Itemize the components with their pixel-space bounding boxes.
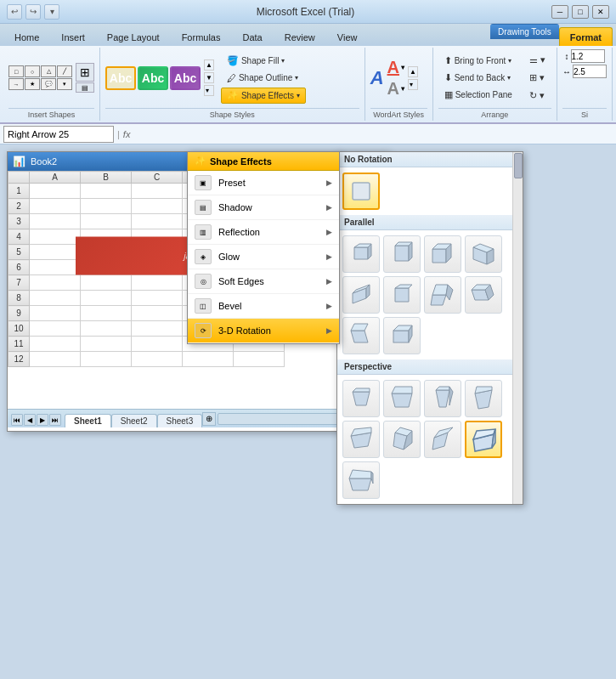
parallel-item-4[interactable] — [465, 235, 502, 273]
redo-button[interactable]: ↪ — [25, 4, 41, 20]
shape-fill-btn[interactable]: 🪣 Shape Fill ▾ — [221, 53, 306, 69]
shape-rect[interactable]: □ — [8, 65, 24, 77]
rotate-btn[interactable]: ↻ ▾ — [523, 88, 551, 104]
perspective-item-3[interactable] — [424, 380, 461, 417]
shape-style-up[interactable]: ▲ — [204, 59, 214, 71]
outline-icon: 🖊 — [227, 73, 236, 83]
selection-pane-btn[interactable]: ▦ Selection Pane — [438, 87, 518, 103]
soft-edges-item[interactable]: ◎ Soft Edges ▶ — [188, 269, 339, 294]
perspective-item-6[interactable] — [383, 421, 421, 458]
name-box[interactable]: Right Arrow 25 — [3, 126, 114, 143]
shape-outline-btn[interactable]: 🖊 Shape Outline ▾ — [221, 71, 306, 86]
tab-formulas[interactable]: Formulas — [171, 27, 232, 46]
insert-sheet-btn[interactable]: ⊕ — [202, 412, 216, 426]
shape-arrow[interactable]: → — [8, 78, 24, 90]
sheet-prev-btn[interactable]: ◀ — [24, 414, 36, 426]
maximize-button[interactable]: □ — [572, 5, 589, 19]
parallel-item-7[interactable] — [424, 276, 461, 314]
fill-dropdown-icon: ▾ — [281, 57, 285, 65]
shadow-arrow-icon: ▶ — [326, 203, 332, 212]
perspective-item-1[interactable] — [342, 380, 380, 417]
send-to-back-btn[interactable]: ⬇ Send to Back ▾ — [438, 70, 518, 86]
tab-view[interactable]: View — [326, 27, 369, 46]
col-header-c[interactable]: C — [132, 172, 183, 184]
parallel-item-10[interactable] — [383, 317, 421, 354]
panel-scrollbar[interactable] — [512, 152, 523, 504]
perspective-item-2[interactable] — [383, 380, 421, 417]
close-button[interactable]: ✕ — [592, 5, 609, 19]
sheet-first-btn[interactable]: ⏮ — [11, 414, 23, 426]
wordart-a-btn[interactable]: A — [370, 67, 384, 89]
width-input[interactable] — [573, 65, 607, 78]
sheet-tab-3[interactable]: Sheet3 — [157, 414, 203, 427]
panel-scrollbar-thumb[interactable] — [514, 153, 523, 178]
parallel-item-1[interactable] — [342, 235, 380, 273]
bevel-item[interactable]: ◫ Bevel ▶ — [188, 294, 339, 319]
tab-format[interactable]: Format — [559, 27, 613, 46]
3d-rotation-item[interactable]: ⟳ 3-D Rotation ▶ — [188, 319, 339, 343]
parallel-item-3[interactable] — [424, 235, 461, 273]
col-header-a[interactable]: A — [30, 172, 81, 184]
perspective-cube-1-icon — [348, 385, 375, 412]
ribbon-tab-bar: Home Insert Page Layout Formulas Data Re… — [0, 24, 616, 46]
no-rotation-item-1[interactable] — [342, 173, 380, 210]
shape-oval[interactable]: ○ — [25, 65, 40, 77]
shape-line[interactable]: ╱ — [57, 65, 72, 77]
group-btn[interactable]: ⊞ ▾ — [523, 70, 551, 86]
parallel-cube-3-icon — [429, 240, 456, 268]
sheet-last-btn[interactable]: ⏭ — [49, 414, 61, 426]
perspective-item-7[interactable] — [424, 421, 461, 458]
main-area: 📊 Book2 ─ □ ✕ A B C — [0, 144, 616, 679]
customize-quick-access[interactable]: ▾ — [44, 4, 59, 20]
shape-effects-btn[interactable]: ✨ Shape Effects ▾ — [221, 88, 306, 104]
shape-tri[interactable]: △ — [41, 65, 56, 77]
edit-points-btn[interactable]: ⊞ — [76, 63, 94, 82]
sheet-next-btn[interactable]: ▶ — [37, 414, 48, 426]
svg-marker-25 — [351, 324, 368, 331]
perspective-cube-7-icon — [429, 426, 456, 453]
preset-item[interactable]: ▣ Preset ▶ — [188, 171, 339, 195]
parallel-item-6[interactable] — [383, 276, 421, 314]
shape-style-red[interactable]: Abc — [105, 66, 136, 90]
wordart-text-outline[interactable]: A ▾ — [387, 79, 404, 99]
parallel-item-8[interactable] — [465, 276, 502, 314]
shape-style-down[interactable]: ▼ — [204, 72, 214, 83]
parallel-item-2[interactable] — [383, 235, 421, 273]
parallel-item-9[interactable] — [342, 317, 380, 354]
height-input[interactable] — [571, 49, 605, 63]
col-header-b[interactable]: B — [81, 172, 132, 184]
bring-to-front-btn[interactable]: ⬆ Bring to Front ▾ — [438, 53, 518, 69]
wordart-expand[interactable]: ▾ — [408, 79, 418, 90]
minimize-button[interactable]: ─ — [551, 5, 568, 19]
shape-style-scroll: ▲ ▼ ▾ — [204, 59, 214, 96]
perspective-item-9[interactable] — [342, 461, 380, 499]
formula-input[interactable] — [133, 126, 613, 143]
tab-home[interactable]: Home — [3, 27, 50, 46]
undo-button[interactable]: ↩ — [7, 4, 22, 20]
reflection-item[interactable]: ▥ Reflection ▶ — [188, 220, 339, 245]
perspective-item-4[interactable] — [465, 380, 502, 417]
align-btn[interactable]: ⚌ ▾ — [523, 52, 551, 68]
perspective-item-8[interactable] — [465, 421, 502, 458]
tab-insert[interactable]: Insert — [50, 27, 96, 46]
shape-star[interactable]: ★ — [25, 78, 40, 90]
shape-callout[interactable]: 💬 — [41, 78, 56, 90]
shape-more[interactable]: ▾ — [57, 78, 72, 90]
wordart-text-fill[interactable]: A ▾ — [387, 58, 404, 77]
shadow-item[interactable]: ▤ Shadow ▶ — [188, 195, 339, 220]
shape-style-purple[interactable]: Abc — [170, 66, 201, 90]
tab-review[interactable]: Review — [274, 27, 326, 46]
perspective-item-5[interactable] — [342, 421, 380, 458]
sheet-tab-2[interactable]: Sheet2 — [111, 414, 157, 427]
paint-bucket-icon: 🪣 — [227, 55, 239, 66]
shape-style-expand[interactable]: ▾ — [204, 85, 214, 96]
shape-style-green[interactable]: Abc — [138, 66, 168, 90]
glow-item[interactable]: ◈ Glow ▶ — [188, 245, 339, 269]
perspective-grid — [337, 375, 523, 504]
wordart-up[interactable]: ▲ — [408, 66, 418, 77]
parallel-item-5[interactable] — [342, 276, 380, 314]
sheet-tab-1[interactable]: Sheet1 — [65, 414, 111, 427]
text-box-btn[interactable]: ▤ — [76, 82, 94, 93]
tab-page-layout[interactable]: Page Layout — [96, 27, 171, 46]
tab-data[interactable]: Data — [231, 27, 273, 46]
